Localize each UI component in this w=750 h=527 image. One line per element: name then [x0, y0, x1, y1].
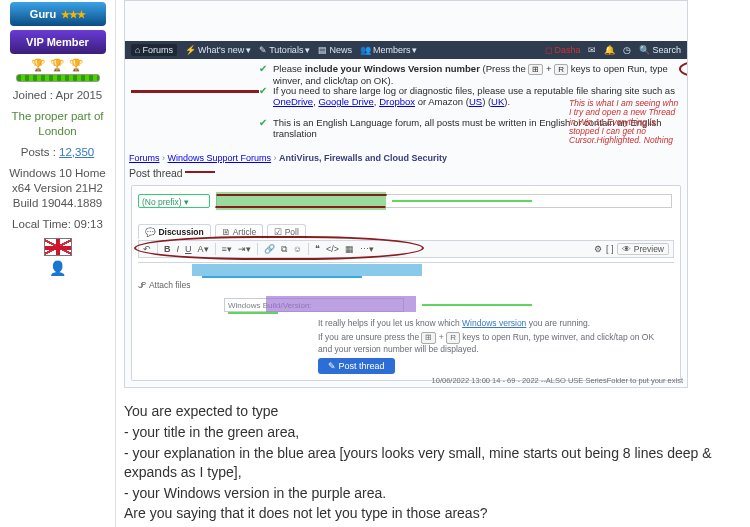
annotation-red-x [215, 194, 386, 208]
mail-icon[interactable]: ✉ [588, 45, 596, 55]
annotation-red-oval [134, 236, 424, 260]
joined-label: Joined : [13, 89, 53, 101]
forum-navbar: ⌂ Forums ⚡ What's new ▾ ✎ Tutorials ▾ ▤ … [125, 41, 687, 59]
trophy-silver-icon: 🏆 [50, 59, 65, 71]
link-dropbox[interactable]: Dropbox [379, 96, 415, 107]
crumb-current: AntiVirus, Firewalls and Cloud Security [279, 153, 447, 163]
person-icon: 👤 [4, 260, 111, 276]
home-icon: ⌂ [135, 45, 140, 55]
os-info: Windows 10 Home x64 Version 21H2 Build 1… [4, 166, 111, 211]
crumb-support[interactable]: Windows Support Forums [168, 153, 272, 163]
local-time-label: Local Time: [12, 218, 71, 230]
star-icon: ★★★ [61, 9, 85, 20]
posts-label: Posts : [21, 146, 56, 158]
preview-button[interactable]: 👁 Preview [617, 243, 669, 255]
badge-vip: VIP Member [10, 30, 106, 54]
user-sidebar: Guru ★★★ VIP Member 🏆 🏆 🏆 Joined : Apr 2… [0, 0, 116, 527]
flag-uk-icon [44, 238, 72, 256]
badge-vip-label: VIP Member [26, 36, 89, 48]
badge-guru-label: Guru [30, 8, 56, 20]
trophy-bronze-icon: 🏆 [69, 59, 84, 71]
link-gdrive[interactable]: Google Drive [318, 96, 373, 107]
nav-whatsnew[interactable]: ⚡ What's new ▾ [185, 45, 251, 55]
check-icon: ✔ [259, 85, 269, 96]
local-time-value: 09:13 [74, 218, 103, 230]
posts-field: Posts : 12,350 [4, 145, 111, 160]
badge-guru: Guru ★★★ [10, 2, 106, 26]
highlight-purple [266, 296, 416, 312]
nav-search[interactable]: 🔍 Search [639, 45, 681, 55]
footer-timestamp: 10/06/2022 13:00 14 - 69 - 2022 --ALSO U… [425, 376, 683, 385]
link-onedrive[interactable]: OneDrive [273, 96, 313, 107]
nav-user[interactable]: ◻ Dasha [545, 45, 580, 55]
highlight-blue-line [202, 276, 362, 278]
nav-members[interactable]: 👥 Members ▾ [360, 45, 418, 55]
annotation-problem-note: This is what I am seeing whn I try and o… [569, 99, 679, 146]
link-windows-version[interactable]: Windows version [462, 318, 526, 328]
hint-winver: It really helps if you let us know which… [318, 318, 590, 328]
reply-line: - your title in the green area, [124, 423, 742, 442]
nav-news[interactable]: ▤ News [318, 45, 352, 55]
post-content: ⌂ Forums ⚡ What's new ▾ ✎ Tutorials ▾ ▤ … [116, 0, 750, 527]
nav-forums[interactable]: ⌂ Forums [131, 44, 177, 56]
link-amazon-us[interactable]: US [469, 96, 482, 107]
bell-icon[interactable]: 🔔 [604, 45, 615, 55]
highlight-green-line [228, 312, 278, 314]
link-amazon-uk[interactable]: UK [491, 96, 504, 107]
trophies: 🏆 🏆 🏆 [4, 58, 111, 72]
source-toggle[interactable]: [ ] [606, 244, 614, 254]
hint-winr: If you are unsure press the ⊞ + R keys t… [318, 332, 668, 354]
annotation-red-line [131, 90, 259, 93]
joined-field: Joined : Apr 2015 [4, 88, 111, 103]
page-title: Post thread [129, 167, 183, 179]
trophy-gold-icon: 🏆 [31, 59, 46, 71]
joined-value: Apr 2015 [56, 89, 103, 101]
rule-winver: ✔ Please include your Windows Version nu… [259, 63, 675, 86]
highlight-green-line [392, 200, 532, 202]
reply-line: - your Windows version in the purple are… [124, 484, 742, 503]
thread-editor: (No prefix) ▾ 💬 Discussion 🗎 Article ☑ P… [131, 185, 681, 381]
check-icon: ✔ [259, 63, 269, 74]
annotation-red-line [185, 171, 215, 173]
user-title: The proper part of London [4, 109, 111, 139]
highlight-blue [192, 264, 422, 276]
reply-body: You are expected to type - your title in… [124, 402, 742, 523]
check-icon: ✔ [259, 117, 269, 128]
local-time-field: Local Time: 09:13 [4, 217, 111, 232]
breadcrumb: Forums › Windows Support Forums › AntiVi… [129, 153, 447, 163]
clock-icon[interactable]: ◷ [623, 45, 631, 55]
highlight-green-line [422, 304, 532, 306]
embedded-screenshot: ⌂ Forums ⚡ What's new ▾ ✎ Tutorials ▾ ▤ … [124, 0, 688, 388]
posts-link[interactable]: 12,350 [59, 146, 94, 158]
nav-tutorials[interactable]: ✎ Tutorials ▾ [259, 45, 310, 55]
crumb-forums[interactable]: Forums [129, 153, 160, 163]
reply-line: - your explanation in the blue area [you… [124, 444, 742, 482]
annotation-red-oval [679, 61, 688, 77]
prefix-select[interactable]: (No prefix) ▾ [138, 194, 210, 208]
reputation-bar [16, 74, 100, 82]
reply-line: Are you saying that it does not let you … [124, 504, 742, 523]
attach-files-button[interactable]: 🖇 Attach files [138, 280, 190, 290]
reply-line: You are expected to type [124, 402, 742, 421]
post-thread-button[interactable]: ✎ Post thread [318, 358, 395, 374]
gear-icon[interactable]: ⚙ [594, 244, 602, 254]
